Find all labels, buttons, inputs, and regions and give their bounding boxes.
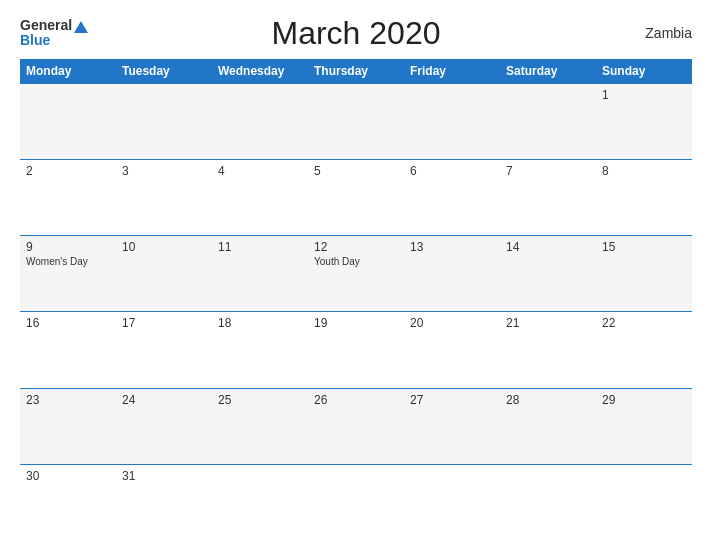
calendar-cell — [116, 84, 212, 159]
day-number: 3 — [122, 164, 206, 178]
day-number: 8 — [602, 164, 686, 178]
calendar-cell: 4 — [212, 160, 308, 235]
day-number: 6 — [410, 164, 494, 178]
day-number: 14 — [506, 240, 590, 254]
day-number: 4 — [218, 164, 302, 178]
day-number: 17 — [122, 316, 206, 330]
calendar-cell: 25 — [212, 389, 308, 464]
calendar-cell: 21 — [500, 312, 596, 387]
calendar-cell: 26 — [308, 389, 404, 464]
calendar-cell — [500, 84, 596, 159]
calendar-cell: 8 — [596, 160, 692, 235]
day-number: 5 — [314, 164, 398, 178]
logo-triangle-icon — [74, 21, 88, 33]
day-number: 25 — [218, 393, 302, 407]
calendar-week: 3031 — [20, 464, 692, 540]
calendar-cell — [404, 465, 500, 540]
calendar-cell — [596, 465, 692, 540]
day-number: 16 — [26, 316, 110, 330]
day-event: Youth Day — [314, 256, 398, 267]
calendar-cell — [20, 84, 116, 159]
day-event: Women's Day — [26, 256, 110, 267]
calendar-cell — [212, 84, 308, 159]
logo-general-text: General — [20, 18, 72, 33]
calendar-cell: 23 — [20, 389, 116, 464]
calendar-body: 123456789Women's Day101112Youth Day13141… — [20, 83, 692, 540]
calendar-week: 2345678 — [20, 159, 692, 235]
calendar-cell — [308, 465, 404, 540]
day-number: 13 — [410, 240, 494, 254]
calendar-cell: 29 — [596, 389, 692, 464]
logo: General Blue — [20, 18, 88, 49]
calendar-cell: 24 — [116, 389, 212, 464]
day-number: 24 — [122, 393, 206, 407]
calendar-cell: 5 — [308, 160, 404, 235]
day-number: 28 — [506, 393, 590, 407]
weekday-header: Saturday — [500, 59, 596, 83]
calendar: MondayTuesdayWednesdayThursdayFridaySatu… — [20, 59, 692, 540]
day-number: 7 — [506, 164, 590, 178]
day-number: 26 — [314, 393, 398, 407]
day-number: 29 — [602, 393, 686, 407]
calendar-cell: 19 — [308, 312, 404, 387]
day-number: 10 — [122, 240, 206, 254]
day-number: 9 — [26, 240, 110, 254]
weekday-header: Friday — [404, 59, 500, 83]
day-number: 30 — [26, 469, 110, 483]
weekday-header: Sunday — [596, 59, 692, 83]
calendar-cell: 1 — [596, 84, 692, 159]
calendar-cell: 10 — [116, 236, 212, 311]
logo-blue-text: Blue — [20, 33, 88, 48]
calendar-header: MondayTuesdayWednesdayThursdayFridaySatu… — [20, 59, 692, 83]
day-number: 31 — [122, 469, 206, 483]
calendar-cell: 20 — [404, 312, 500, 387]
calendar-cell: 6 — [404, 160, 500, 235]
calendar-cell: 16 — [20, 312, 116, 387]
calendar-cell: 28 — [500, 389, 596, 464]
calendar-cell: 31 — [116, 465, 212, 540]
day-number: 12 — [314, 240, 398, 254]
calendar-cell: 2 — [20, 160, 116, 235]
calendar-cell — [212, 465, 308, 540]
calendar-title: March 2020 — [272, 15, 441, 52]
calendar-week: 23242526272829 — [20, 388, 692, 464]
day-number: 20 — [410, 316, 494, 330]
country-label: Zambia — [645, 25, 692, 41]
weekday-header: Tuesday — [116, 59, 212, 83]
day-number: 18 — [218, 316, 302, 330]
calendar-cell: 30 — [20, 465, 116, 540]
calendar-cell — [500, 465, 596, 540]
day-number: 23 — [26, 393, 110, 407]
weekday-header: Monday — [20, 59, 116, 83]
calendar-cell: 9Women's Day — [20, 236, 116, 311]
calendar-cell: 18 — [212, 312, 308, 387]
calendar-cell: 15 — [596, 236, 692, 311]
calendar-cell: 22 — [596, 312, 692, 387]
day-number: 22 — [602, 316, 686, 330]
calendar-cell: 11 — [212, 236, 308, 311]
calendar-cell: 17 — [116, 312, 212, 387]
day-number: 21 — [506, 316, 590, 330]
calendar-cell: 12Youth Day — [308, 236, 404, 311]
calendar-week: 1 — [20, 83, 692, 159]
calendar-cell: 3 — [116, 160, 212, 235]
calendar-cell: 27 — [404, 389, 500, 464]
day-number: 1 — [602, 88, 686, 102]
day-number: 19 — [314, 316, 398, 330]
calendar-cell — [308, 84, 404, 159]
weekday-header: Wednesday — [212, 59, 308, 83]
day-number: 2 — [26, 164, 110, 178]
calendar-week: 16171819202122 — [20, 311, 692, 387]
day-number: 27 — [410, 393, 494, 407]
day-number: 15 — [602, 240, 686, 254]
calendar-week: 9Women's Day101112Youth Day131415 — [20, 235, 692, 311]
header: General Blue March 2020 Zambia — [20, 18, 692, 49]
page: General Blue March 2020 Zambia MondayTue… — [0, 0, 712, 550]
calendar-cell — [404, 84, 500, 159]
weekday-header: Thursday — [308, 59, 404, 83]
day-number: 11 — [218, 240, 302, 254]
calendar-cell: 7 — [500, 160, 596, 235]
calendar-cell: 13 — [404, 236, 500, 311]
calendar-cell: 14 — [500, 236, 596, 311]
